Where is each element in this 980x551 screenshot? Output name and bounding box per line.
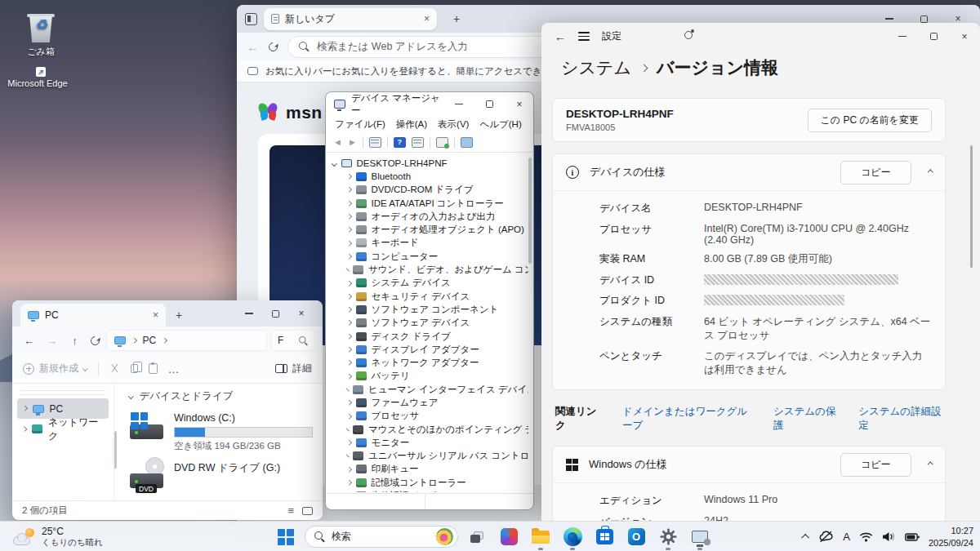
paste-icon[interactable] bbox=[149, 363, 158, 374]
browser-refresh-icon[interactable] bbox=[267, 40, 279, 52]
volume-icon[interactable] bbox=[882, 531, 896, 542]
dm-close-button[interactable]: × bbox=[507, 95, 532, 113]
settings-nav-menu-icon[interactable] bbox=[578, 32, 590, 41]
tree-item[interactable]: ディスプレイ アダプター bbox=[347, 343, 528, 356]
nav-forward-icon[interactable]: → bbox=[42, 335, 61, 347]
desktop-icon-edge[interactable]: ↗ Microsoft Edge bbox=[5, 75, 70, 88]
tree-item[interactable]: サウンド、ビデオ、およびゲーム コントローラー bbox=[347, 263, 528, 276]
tree-item[interactable]: セキュリティ デバイス bbox=[347, 290, 528, 303]
browser-back-icon[interactable]: ← bbox=[247, 40, 259, 54]
related-link[interactable]: システムの保護 bbox=[773, 405, 839, 433]
tree-item[interactable]: IDE ATA/ATAPI コントローラー bbox=[347, 197, 528, 210]
dm-minimize-button[interactable] bbox=[447, 95, 471, 113]
tree-item[interactable]: マウスとそのほかのポインティング デバイス bbox=[347, 423, 528, 436]
tab-actions-icon[interactable] bbox=[245, 13, 257, 25]
tree-item[interactable]: バッテリ bbox=[347, 370, 528, 383]
breadcrumb-item[interactable]: PC bbox=[143, 335, 157, 346]
tree-item[interactable]: キーボード bbox=[347, 237, 528, 250]
sidebar-scrollbar[interactable] bbox=[114, 384, 118, 500]
menu-item[interactable]: ヘルプ(H) bbox=[479, 118, 521, 131]
settings-search-icon[interactable] bbox=[684, 31, 695, 42]
battery-icon[interactable] bbox=[905, 532, 920, 542]
tree-item[interactable]: Bluetooth bbox=[347, 170, 528, 183]
tree-root[interactable]: DESKTOP-LRH4PNF bbox=[332, 157, 528, 170]
wifi-icon[interactable] bbox=[859, 531, 873, 542]
tree-item[interactable]: ソフトウェア コンポーネント bbox=[347, 303, 528, 316]
copy-device-spec-button[interactable]: コピー bbox=[840, 161, 911, 184]
drive-item[interactable]: Windows (C:) 空き領域 194 GB/236 GB bbox=[129, 412, 313, 452]
store-button[interactable] bbox=[591, 524, 617, 550]
rename-pc-button[interactable]: この PC の名前を変更 bbox=[808, 109, 932, 132]
menu-item[interactable]: ファイル(F) bbox=[335, 118, 385, 131]
onedrive-off-icon[interactable] bbox=[818, 531, 834, 543]
devices-drives-header[interactable]: デバイスとドライブ bbox=[129, 389, 313, 403]
explorer-maximize-button[interactable] bbox=[262, 300, 288, 327]
file-explorer-button[interactable] bbox=[528, 524, 554, 550]
settings-minimize-button[interactable] bbox=[887, 23, 918, 50]
task-view-button[interactable] bbox=[464, 524, 490, 550]
desktop-icon-recycle-bin[interactable]: ♻ ごみ箱 bbox=[8, 11, 74, 58]
taskbar-search-box[interactable]: 検索 bbox=[305, 526, 458, 548]
tree-item[interactable]: 記憶域コントローラー bbox=[347, 476, 528, 489]
sidebar-item[interactable]: ネットワーク bbox=[17, 419, 109, 439]
related-link[interactable]: ドメインまたはワークグループ bbox=[622, 405, 754, 433]
dm-maximize-button[interactable] bbox=[477, 95, 501, 113]
microsoft-365-button[interactable] bbox=[496, 524, 522, 550]
edge-button[interactable] bbox=[559, 524, 586, 550]
help-icon[interactable]: ? bbox=[394, 137, 406, 148]
drive-item[interactable]: DVD DVD RW ドライブ (G:) bbox=[129, 461, 313, 491]
menu-item[interactable]: 操作(A) bbox=[396, 118, 427, 131]
start-button[interactable] bbox=[273, 524, 299, 550]
tree-item[interactable]: ユニバーサル シリアル バス コントローラー bbox=[347, 450, 528, 463]
console-tree-icon[interactable] bbox=[369, 137, 381, 148]
msn-header[interactable]: msn bbox=[258, 103, 323, 122]
explorer-close-button[interactable]: × bbox=[288, 300, 314, 327]
weather-widget[interactable]: 25°C くもりのち晴れ bbox=[8, 525, 108, 549]
large-icons-view-icon[interactable] bbox=[302, 507, 313, 515]
details-view-button[interactable]: 詳細 bbox=[275, 362, 312, 375]
legacy-hardware-icon[interactable] bbox=[461, 137, 473, 148]
ime-mode-indicator[interactable]: A bbox=[843, 531, 850, 543]
properties-icon[interactable] bbox=[412, 137, 424, 148]
explorer-minimize-button[interactable] bbox=[236, 300, 262, 327]
tree-item[interactable]: オーディオの入力および出力 bbox=[347, 210, 528, 223]
related-link[interactable]: システムの詳細設定 bbox=[858, 405, 942, 433]
tab-close-icon[interactable]: × bbox=[424, 13, 430, 24]
more-options-button[interactable]: … bbox=[168, 362, 180, 375]
list-view-icon[interactable]: ≡ bbox=[287, 505, 294, 516]
nav-refresh-icon[interactable] bbox=[89, 334, 101, 346]
explorer-new-tab-button[interactable]: + bbox=[176, 309, 182, 322]
settings-close-button[interactable]: × bbox=[949, 23, 980, 50]
dm-forward-icon[interactable]: ► bbox=[348, 138, 357, 147]
tree-item[interactable]: コンピューター bbox=[347, 250, 528, 263]
collapse-chevron-icon[interactable] bbox=[928, 170, 933, 175]
cut-icon[interactable] bbox=[109, 363, 120, 374]
explorer-search-box[interactable]: F bbox=[271, 330, 315, 351]
tree-item[interactable]: モニター bbox=[347, 436, 528, 449]
tree-item[interactable]: ディスク ドライブ bbox=[347, 330, 528, 343]
tree-item[interactable]: ソフトウェア デバイス bbox=[347, 317, 528, 330]
explorer-tab-close-icon[interactable]: × bbox=[153, 309, 158, 321]
tree-item[interactable]: ヒューマン インターフェイス デバイス bbox=[347, 383, 528, 396]
settings-maximize-button[interactable] bbox=[918, 23, 949, 50]
menu-item[interactable]: 表示(V) bbox=[438, 118, 469, 131]
taskbar-clock[interactable]: 10:27 2025/09/24 bbox=[929, 525, 973, 549]
tree-item[interactable]: DVD/CD-ROM ドライブ bbox=[347, 184, 528, 197]
new-item-button[interactable]: 新規作成 bbox=[23, 362, 87, 375]
browser-tab[interactable]: 新しいタブ × bbox=[264, 8, 437, 30]
device-spec-header[interactable]: i デバイスの仕様 コピー bbox=[553, 154, 945, 190]
windows-spec-header[interactable]: Windows の仕様 コピー bbox=[553, 447, 945, 482]
hidden-icons-chevron-icon[interactable] bbox=[801, 534, 809, 542]
outlook-button[interactable]: O bbox=[623, 524, 649, 550]
new-tab-button[interactable]: + bbox=[453, 12, 460, 25]
tree-item[interactable]: プロセッサ bbox=[347, 410, 528, 423]
settings-button[interactable] bbox=[655, 524, 681, 550]
tree-item[interactable]: 生体認証デバイス bbox=[347, 489, 528, 492]
copy-windows-spec-button[interactable]: コピー bbox=[840, 453, 911, 477]
tree-item[interactable]: オーディオ処理オブジェクト (APO) bbox=[347, 223, 528, 236]
explorer-tab[interactable]: PC × bbox=[20, 304, 166, 327]
tree-item[interactable]: ファームウェア bbox=[347, 396, 528, 409]
copy-icon[interactable] bbox=[131, 364, 138, 373]
device-manager-button[interactable] bbox=[687, 524, 713, 550]
tree-item[interactable]: ネットワーク アダプター bbox=[347, 356, 528, 369]
